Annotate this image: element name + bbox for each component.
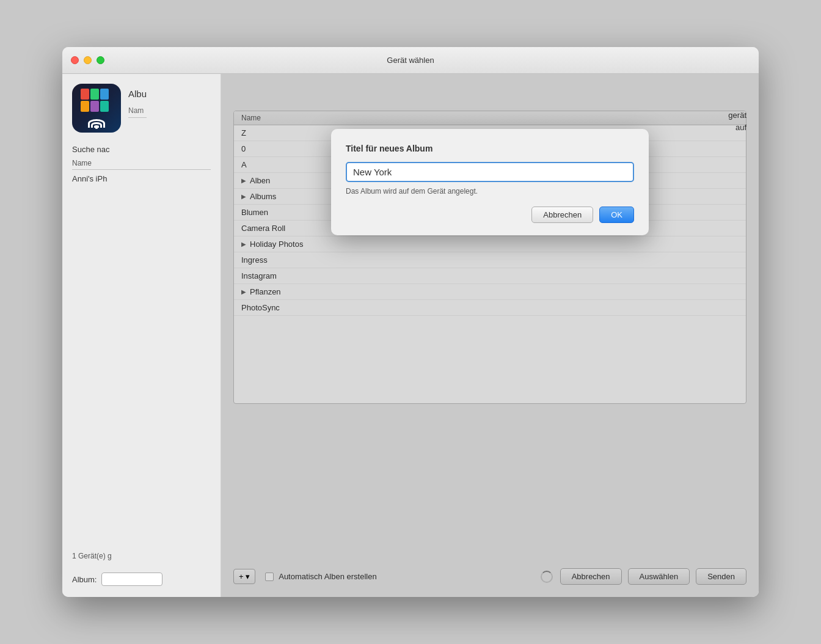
wifi-icon [87, 115, 106, 128]
app-icon-area: Albu Nam [72, 84, 211, 133]
name-col: Name [72, 159, 211, 170]
app-icon [72, 84, 121, 133]
modal-buttons: Abbrechen OK [346, 207, 634, 223]
album-dropdown[interactable] [101, 573, 162, 586]
album-label: Album: [72, 575, 97, 584]
device-name: Anni's iPh [72, 172, 211, 185]
traffic-lights [71, 56, 104, 64]
app-icon-photos [81, 89, 112, 112]
photo-strip-1 [81, 89, 89, 100]
modal-cancel-button[interactable]: Abbrechen [531, 207, 593, 223]
modal-hint: Das Album wird auf dem Gerät angelegt. [346, 187, 634, 196]
maximize-button[interactable] [97, 56, 104, 64]
window-body: Albu Nam Suche nac Name Anni's iPh 1 Ger… [62, 74, 759, 597]
close-button[interactable] [71, 56, 79, 64]
photo-strip-2 [90, 89, 99, 100]
new-album-modal: Titel für neues Album Das Album wird auf… [331, 129, 649, 235]
photo-strip-5 [90, 101, 99, 112]
main-content: gerät auf Name Z 0 A ▶ Alben [221, 74, 759, 597]
title-bar: Gerät wählen [62, 47, 759, 74]
modal-overlay: Titel für neues Album Das Album wird auf… [221, 74, 759, 597]
album-section-label: Albu [128, 89, 147, 99]
photo-strip-4 [81, 101, 89, 112]
bottom-status: 1 Gerät(e) g [72, 552, 112, 560]
main-window: Gerät wählen [62, 47, 759, 597]
app-sidebar: Albu Nam Suche nac Name Anni's iPh 1 Ger… [62, 74, 221, 597]
wifi-dot [95, 126, 98, 129]
modal-ok-button[interactable]: OK [599, 207, 634, 223]
photo-strip-3 [100, 89, 109, 100]
search-label: Suche nac [72, 145, 211, 154]
name-column-header: Nam [128, 106, 147, 118]
photo-strip-6 [100, 101, 109, 112]
minimize-button[interactable] [84, 56, 92, 64]
modal-title: Titel für neues Album [346, 144, 634, 153]
col-header: Name [72, 159, 92, 167]
album-title-input[interactable] [346, 162, 634, 182]
window-title: Gerät wählen [387, 56, 434, 65]
